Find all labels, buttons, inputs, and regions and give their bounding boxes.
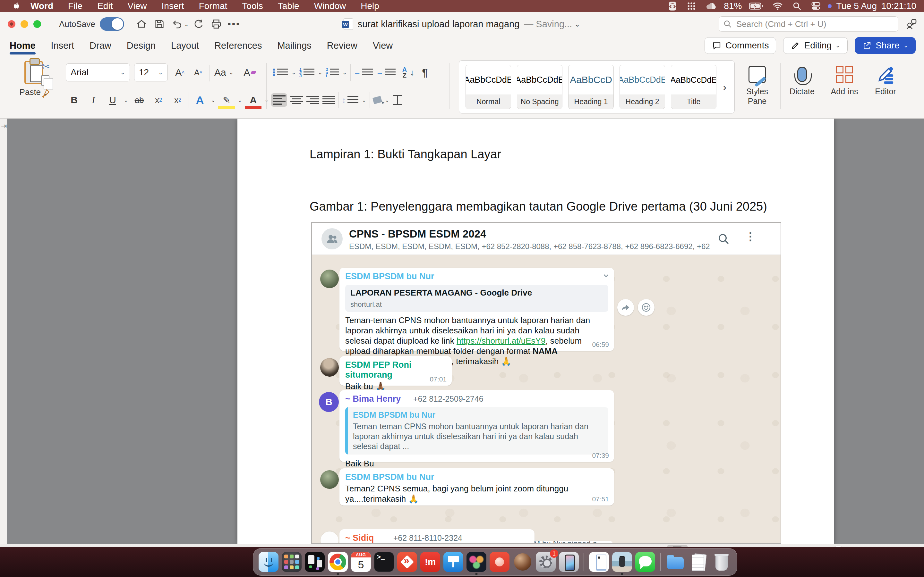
- redo-icon[interactable]: [189, 16, 207, 32]
- add-ins-button[interactable]: Add-ins: [825, 62, 864, 96]
- whatsapp-screenshot-image[interactable]: CPNS - BPSDM ESDM 2024 ESDM, ESDM, ESDM,…: [311, 222, 781, 544]
- presence-people-icon[interactable]: [905, 18, 918, 31]
- apple-menu[interactable]: [10, 0, 23, 12]
- tab-mailings[interactable]: Mailings: [270, 36, 319, 55]
- numbering-button[interactable]: 123: [299, 68, 314, 77]
- styles-gallery-more-icon[interactable]: ›: [723, 81, 726, 93]
- superscript-button[interactable]: x2: [170, 92, 186, 108]
- wifi-icon[interactable]: [770, 0, 785, 12]
- dock-iphone-mirroring[interactable]: [559, 552, 579, 572]
- dock-downloads-folder[interactable]: [666, 552, 685, 572]
- menu-item-window[interactable]: Window: [307, 0, 354, 12]
- dock-red-diamond-app[interactable]: [397, 552, 417, 572]
- share-button[interactable]: Share⌄: [855, 37, 916, 54]
- font-size-select[interactable]: 12⌄: [134, 63, 168, 81]
- close-button[interactable]: [8, 20, 15, 28]
- copy-icon[interactable]: [41, 75, 49, 85]
- battery-icon[interactable]: [746, 0, 766, 12]
- tab-review[interactable]: Review: [319, 36, 365, 55]
- dock-terminal[interactable]: [374, 552, 394, 572]
- align-center-button[interactable]: [290, 95, 303, 105]
- borders-button[interactable]: [393, 95, 402, 105]
- menu-item-table[interactable]: Table: [270, 0, 307, 12]
- dock-chrome[interactable]: [328, 552, 348, 572]
- highlight-button[interactable]: ✎: [218, 92, 235, 108]
- dots-grid-icon[interactable]: [684, 0, 699, 12]
- align-right-button[interactable]: [306, 95, 319, 105]
- cloud-sync-icon[interactable]: [703, 0, 719, 12]
- menu-item-tools[interactable]: Tools: [234, 0, 270, 12]
- home-icon[interactable]: [132, 16, 150, 32]
- tab-view[interactable]: View: [365, 36, 401, 55]
- spotlight-search-icon[interactable]: [790, 0, 804, 12]
- comments-button[interactable]: Comments: [704, 37, 776, 54]
- menu-item-word[interactable]: Word: [23, 0, 61, 12]
- search-input[interactable]: [719, 16, 898, 32]
- zoom-window-button[interactable]: [33, 20, 41, 28]
- dock-window-tiles-app[interactable]: [305, 552, 325, 572]
- underline-button[interactable]: U: [104, 92, 121, 108]
- justify-button[interactable]: [322, 95, 335, 105]
- menu-item-file[interactable]: File: [61, 0, 90, 12]
- text-effects-button[interactable]: A: [192, 92, 208, 108]
- bullets-button[interactable]: [273, 69, 288, 76]
- grow-font-button[interactable]: A˄: [172, 64, 188, 81]
- change-case-button[interactable]: Aa ⌄: [214, 64, 234, 81]
- strikethrough-button[interactable]: ab: [131, 92, 148, 108]
- show-paragraph-marks-button[interactable]: ¶: [422, 66, 428, 79]
- font-color-button[interactable]: A: [245, 92, 262, 108]
- tab-draw[interactable]: Draw: [82, 36, 119, 55]
- multilevel-list-button[interactable]: 1ai: [326, 68, 339, 77]
- menu-item-edit[interactable]: Edit: [90, 0, 120, 12]
- dock-keynote[interactable]: [443, 552, 463, 572]
- line-spacing-button[interactable]: ↕: [342, 95, 359, 105]
- editor-button[interactable]: Editor: [866, 62, 905, 96]
- menu-item-format[interactable]: Format: [192, 0, 235, 12]
- undo-chevron[interactable]: ⌄: [184, 20, 189, 28]
- menubar-date[interactable]: Tue 5 Aug: [836, 1, 877, 11]
- tab-references[interactable]: References: [207, 36, 270, 55]
- dock-finder[interactable]: [258, 552, 278, 572]
- font-name-select[interactable]: Arial⌄: [66, 63, 130, 81]
- italic-button[interactable]: I: [85, 92, 102, 108]
- tab-stop-icon[interactable]: ⇥: [1, 122, 7, 130]
- more-toolbar-icon[interactable]: •••: [225, 16, 243, 32]
- editing-mode-button[interactable]: Editing⌄: [783, 37, 848, 54]
- increase-indent-button[interactable]: →: [376, 68, 396, 77]
- title-chevron-icon[interactable]: ⌄: [574, 19, 580, 29]
- control-center-icon[interactable]: [809, 0, 823, 12]
- document-page[interactable]: Lampiran 1: Bukti Tangkapan Layar Gambar…: [237, 119, 834, 544]
- dock-calendar[interactable]: AUG5: [351, 552, 371, 572]
- minimize-button[interactable]: [21, 20, 28, 28]
- dock-messages[interactable]: [635, 552, 655, 572]
- style-title[interactable]: AaBbCcDdE Title: [671, 65, 716, 109]
- dock-system-settings[interactable]: 1: [536, 552, 556, 572]
- format-painter-icon[interactable]: [41, 89, 51, 98]
- style-heading-1[interactable]: AaBbCcD Heading 1: [568, 65, 614, 109]
- clear-formatting-button[interactable]: A: [241, 64, 258, 81]
- dock-word[interactable]: [589, 552, 609, 572]
- decrease-indent-button[interactable]: ←: [354, 68, 373, 77]
- dock-red-m-app[interactable]: !m: [420, 552, 440, 572]
- shading-button[interactable]: [373, 97, 381, 103]
- bold-button[interactable]: B: [66, 92, 82, 108]
- dock-sphere-app[interactable]: [513, 552, 533, 572]
- menubar-clock[interactable]: 10:21:10: [881, 1, 916, 11]
- sort-button[interactable]: AZ: [402, 67, 407, 78]
- menu-item-insert[interactable]: Insert: [154, 0, 192, 12]
- tab-design[interactable]: Design: [119, 36, 163, 55]
- tab-layout[interactable]: Layout: [163, 36, 207, 55]
- styles-pane-button[interactable]: Styles Pane: [738, 62, 776, 106]
- subscript-button[interactable]: x2: [150, 92, 167, 108]
- save-icon[interactable]: [150, 16, 168, 32]
- style-heading-2[interactable]: AaBbCcDdE Heading 2: [620, 65, 665, 109]
- menu-item-help[interactable]: Help: [353, 0, 387, 12]
- dock-documents-stack[interactable]: [688, 552, 708, 572]
- dictate-button[interactable]: Dictate: [783, 62, 821, 96]
- tab-insert[interactable]: Insert: [43, 36, 82, 55]
- dock-trash[interactable]: [712, 552, 732, 572]
- dock-davinci-resolve[interactable]: [467, 552, 486, 572]
- autosave-toggle[interactable]: [100, 17, 124, 31]
- print-icon[interactable]: [207, 16, 225, 32]
- phone-link-icon[interactable]: [666, 0, 680, 12]
